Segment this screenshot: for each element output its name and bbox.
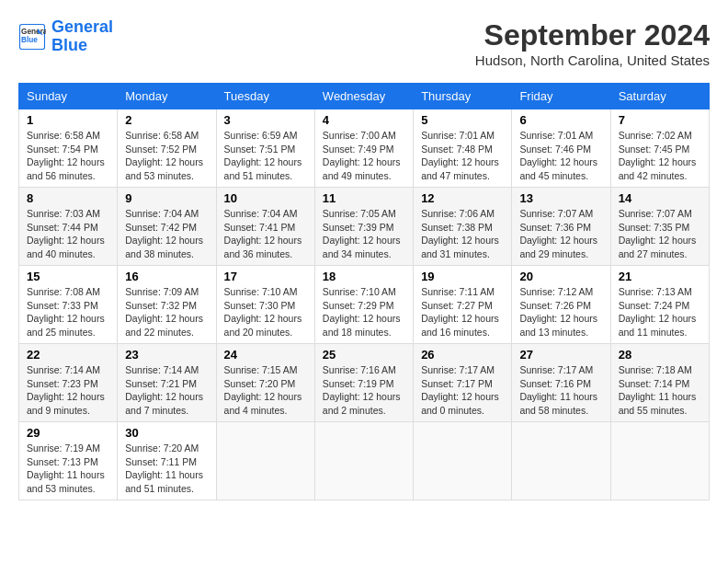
cell-info: Sunrise: 7:04 AMSunset: 7:41 PMDaylight:… [224, 207, 307, 261]
week-row-1: 1Sunrise: 6:58 AMSunset: 7:54 PMDaylight… [19, 109, 710, 188]
calendar-cell: 12Sunrise: 7:06 AMSunset: 7:38 PMDayligh… [414, 188, 512, 266]
cell-info: Sunrise: 6:59 AMSunset: 7:51 PMDaylight:… [224, 129, 307, 183]
calendar-cell: 14Sunrise: 7:07 AMSunset: 7:35 PMDayligh… [610, 188, 709, 266]
cell-info: Sunrise: 6:58 AMSunset: 7:54 PMDaylight:… [27, 129, 109, 183]
day-number: 24 [224, 348, 307, 362]
cell-info: Sunrise: 7:17 AMSunset: 7:16 PMDaylight:… [519, 363, 602, 418]
calendar-cell [216, 422, 314, 500]
day-number: 22 [27, 348, 109, 362]
calendar-cell: 21Sunrise: 7:13 AMSunset: 7:24 PMDayligh… [610, 266, 709, 344]
cell-info: Sunrise: 7:09 AMSunset: 7:32 PMDaylight:… [125, 285, 208, 339]
day-number: 6 [519, 113, 602, 127]
calendar-cell: 11Sunrise: 7:05 AMSunset: 7:39 PMDayligh… [314, 188, 413, 266]
logo-text: GeneralBlue [51, 18, 113, 55]
calendar-cell: 22Sunrise: 7:14 AMSunset: 7:23 PMDayligh… [19, 344, 118, 422]
calendar-cell: 20Sunrise: 7:12 AMSunset: 7:26 PMDayligh… [512, 266, 610, 344]
week-row-5: 29Sunrise: 7:19 AMSunset: 7:13 PMDayligh… [19, 422, 710, 500]
day-number: 11 [323, 191, 405, 205]
cell-info: Sunrise: 7:03 AMSunset: 7:44 PMDaylight:… [27, 207, 109, 261]
location: Hudson, North Carolina, United States [475, 52, 710, 68]
calendar-cell: 26Sunrise: 7:17 AMSunset: 7:17 PMDayligh… [414, 344, 512, 422]
day-number: 19 [421, 270, 504, 283]
day-number: 14 [619, 191, 701, 205]
title-block: September 2024 Hudson, North Carolina, U… [475, 18, 710, 68]
calendar-cell: 1Sunrise: 6:58 AMSunset: 7:54 PMDaylight… [19, 109, 118, 188]
calendar-cell: 8Sunrise: 7:03 AMSunset: 7:44 PMDaylight… [19, 188, 118, 266]
cell-info: Sunrise: 7:02 AMSunset: 7:45 PMDaylight:… [619, 129, 701, 183]
calendar-cell: 10Sunrise: 7:04 AMSunset: 7:41 PMDayligh… [216, 188, 314, 266]
cell-info: Sunrise: 7:15 AMSunset: 7:20 PMDaylight:… [224, 363, 307, 418]
calendar-table: SundayMondayTuesdayWednesdayThursdayFrid… [18, 83, 710, 500]
calendar-cell: 4Sunrise: 7:00 AMSunset: 7:49 PMDaylight… [314, 109, 413, 188]
day-number: 10 [224, 191, 307, 205]
day-number: 12 [421, 191, 504, 205]
day-number: 30 [125, 426, 208, 440]
cell-info: Sunrise: 7:07 AMSunset: 7:35 PMDaylight:… [619, 207, 701, 261]
calendar-cell [314, 422, 413, 500]
cell-info: Sunrise: 7:14 AMSunset: 7:23 PMDaylight:… [27, 363, 109, 418]
calendar-cell: 23Sunrise: 7:14 AMSunset: 7:21 PMDayligh… [118, 344, 216, 422]
day-number: 28 [619, 348, 701, 362]
weekday-header-wednesday: Wednesday [314, 84, 413, 109]
logo: General Blue GeneralBlue [18, 18, 113, 55]
svg-text:Blue: Blue [21, 36, 38, 44]
day-number: 20 [519, 270, 602, 283]
cell-info: Sunrise: 7:16 AMSunset: 7:19 PMDaylight:… [323, 363, 405, 418]
day-number: 7 [619, 113, 701, 127]
calendar-cell: 17Sunrise: 7:10 AMSunset: 7:30 PMDayligh… [216, 266, 314, 344]
cell-info: Sunrise: 7:10 AMSunset: 7:29 PMDaylight:… [323, 285, 405, 339]
day-number: 18 [323, 270, 405, 283]
calendar-cell: 28Sunrise: 7:18 AMSunset: 7:14 PMDayligh… [610, 344, 709, 422]
day-number: 2 [125, 113, 208, 127]
calendar-cell: 29Sunrise: 7:19 AMSunset: 7:13 PMDayligh… [19, 422, 118, 500]
cell-info: Sunrise: 7:07 AMSunset: 7:36 PMDaylight:… [519, 207, 602, 261]
cell-info: Sunrise: 7:10 AMSunset: 7:30 PMDaylight:… [224, 285, 307, 339]
cell-info: Sunrise: 7:01 AMSunset: 7:46 PMDaylight:… [519, 129, 602, 183]
calendar-cell [610, 422, 709, 500]
cell-info: Sunrise: 7:06 AMSunset: 7:38 PMDaylight:… [421, 207, 504, 261]
day-number: 8 [27, 191, 109, 205]
calendar-cell: 15Sunrise: 7:08 AMSunset: 7:33 PMDayligh… [19, 266, 118, 344]
day-number: 5 [421, 113, 504, 127]
calendar-cell: 2Sunrise: 6:58 AMSunset: 7:52 PMDaylight… [118, 109, 216, 188]
weekday-header-saturday: Saturday [610, 84, 709, 109]
page-header: General Blue GeneralBlue September 2024 … [18, 18, 710, 68]
calendar-cell: 24Sunrise: 7:15 AMSunset: 7:20 PMDayligh… [216, 344, 314, 422]
cell-info: Sunrise: 7:18 AMSunset: 7:14 PMDaylight:… [619, 363, 701, 418]
cell-info: Sunrise: 7:14 AMSunset: 7:21 PMDaylight:… [125, 363, 208, 418]
day-number: 4 [323, 113, 405, 127]
cell-info: Sunrise: 7:08 AMSunset: 7:33 PMDaylight:… [27, 285, 109, 339]
cell-info: Sunrise: 7:17 AMSunset: 7:17 PMDaylight:… [421, 363, 504, 418]
week-row-3: 15Sunrise: 7:08 AMSunset: 7:33 PMDayligh… [19, 266, 710, 344]
day-number: 25 [323, 348, 405, 362]
day-number: 13 [519, 191, 602, 205]
weekday-header-sunday: Sunday [19, 84, 118, 109]
calendar-cell: 19Sunrise: 7:11 AMSunset: 7:27 PMDayligh… [414, 266, 512, 344]
weekday-header-thursday: Thursday [414, 84, 512, 109]
cell-info: Sunrise: 7:01 AMSunset: 7:48 PMDaylight:… [421, 129, 504, 183]
day-number: 16 [125, 270, 208, 283]
day-number: 21 [619, 270, 701, 283]
cell-info: Sunrise: 7:04 AMSunset: 7:42 PMDaylight:… [125, 207, 208, 261]
calendar-cell: 13Sunrise: 7:07 AMSunset: 7:36 PMDayligh… [512, 188, 610, 266]
cell-info: Sunrise: 7:11 AMSunset: 7:27 PMDaylight:… [421, 285, 504, 339]
day-number: 15 [27, 270, 109, 283]
cell-info: Sunrise: 7:05 AMSunset: 7:39 PMDaylight:… [323, 207, 405, 261]
weekday-header-row: SundayMondayTuesdayWednesdayThursdayFrid… [19, 84, 710, 109]
calendar-cell [414, 422, 512, 500]
weekday-header-monday: Monday [118, 84, 216, 109]
calendar-cell: 25Sunrise: 7:16 AMSunset: 7:19 PMDayligh… [314, 344, 413, 422]
day-number: 29 [27, 426, 109, 440]
calendar-cell: 6Sunrise: 7:01 AMSunset: 7:46 PMDaylight… [512, 109, 610, 188]
day-number: 9 [125, 191, 208, 205]
cell-info: Sunrise: 7:00 AMSunset: 7:49 PMDaylight:… [323, 129, 405, 183]
weekday-header-friday: Friday [512, 84, 610, 109]
calendar-cell: 16Sunrise: 7:09 AMSunset: 7:32 PMDayligh… [118, 266, 216, 344]
day-number: 27 [519, 348, 602, 362]
logo-icon: General Blue [18, 23, 46, 51]
calendar-cell: 9Sunrise: 7:04 AMSunset: 7:42 PMDaylight… [118, 188, 216, 266]
cell-info: Sunrise: 6:58 AMSunset: 7:52 PMDaylight:… [125, 129, 208, 183]
week-row-2: 8Sunrise: 7:03 AMSunset: 7:44 PMDaylight… [19, 188, 710, 266]
month-title: September 2024 [475, 18, 710, 52]
calendar-cell: 5Sunrise: 7:01 AMSunset: 7:48 PMDaylight… [414, 109, 512, 188]
